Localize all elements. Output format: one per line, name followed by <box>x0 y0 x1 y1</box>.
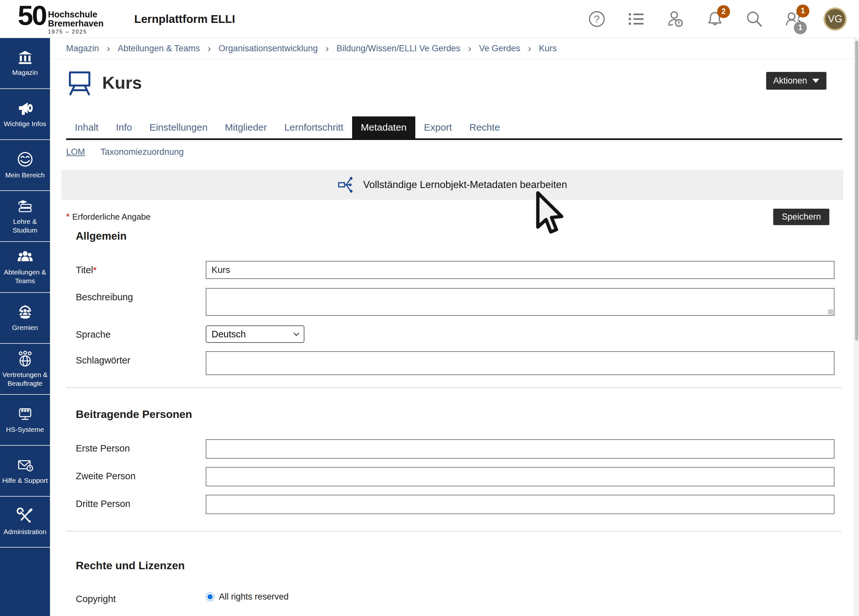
subtab-taxonomiezuordnung[interactable]: Taxonomiezuordnung <box>101 147 184 157</box>
titel-label-text: Titel <box>76 265 93 275</box>
sidebar-item-hilfe-support[interactable]: ? Hilfe & Support <box>0 446 50 497</box>
form-row-schlagwoerter: Schlagwörter <box>76 351 854 375</box>
tab-mitglieder[interactable]: Mitglieder <box>216 116 276 138</box>
tab-rechte[interactable]: Rechte <box>461 116 509 138</box>
sidebar-item-label: Gremien <box>12 324 38 332</box>
books-graduation-icon <box>16 198 34 214</box>
tab-lernfortschritt[interactable]: Lernfortschritt <box>276 116 352 138</box>
tab-einstellungen[interactable]: Einstellungen <box>141 116 216 138</box>
breadcrumb: Magazin › Abteilungen & Teams › Organisa… <box>50 38 854 59</box>
zweite-person-label: Zweite Person <box>76 467 206 482</box>
required-note: *Erforderliche Angabe <box>66 211 151 222</box>
people-group-icon <box>16 249 34 265</box>
page-title: Kurs <box>102 73 142 92</box>
sidebar-item-magazin[interactable]: Magazin <box>0 38 50 89</box>
breadcrumb-separator-icon: › <box>107 43 110 54</box>
sidebar-item-administration[interactable]: Administration <box>0 497 50 548</box>
breadcrumb-separator-icon: › <box>528 43 531 54</box>
awareness-button[interactable] <box>666 10 685 28</box>
app-title: Lernplattform ELLI <box>134 13 235 25</box>
form-row-zweite-person: Zweite Person <box>76 467 854 486</box>
subtab-lom[interactable]: LOM <box>66 147 85 157</box>
form-toolbar: *Erforderliche Angabe Speichern <box>66 209 829 225</box>
university-logo: 50 Hochschule Bremerhaven 1975 – 2025 <box>18 3 103 35</box>
actions-button[interactable]: Aktionen <box>766 72 826 90</box>
form-row-dritte-person: Dritte Person <box>76 495 854 514</box>
breadcrumb-item[interactable]: Abteilungen & Teams <box>118 44 200 53</box>
beschreibung-textarea-wrap <box>206 288 834 317</box>
logo-years: 1975 – 2025 <box>48 29 104 35</box>
sidebar-item-label: Lehre & Studium <box>1 217 49 235</box>
actions-button-label: Aktionen <box>773 76 807 86</box>
breadcrumb-item[interactable]: Kurs <box>539 44 557 53</box>
form-row-erste-person: Erste Person <box>76 439 854 459</box>
sidebar-item-label: Magazin <box>12 68 38 77</box>
tab-inhalt[interactable]: Inhalt <box>66 116 107 138</box>
section-heading-rechte: Rechte und Lizenzen <box>76 559 854 572</box>
section-divider <box>66 387 842 388</box>
zweite-person-input[interactable] <box>206 467 834 486</box>
breadcrumb-separator-icon: › <box>325 43 329 54</box>
sidebar-item-vertretungen[interactable]: Vertretungen & Beauftragte <box>0 344 50 395</box>
breadcrumb-separator-icon: › <box>468 43 472 54</box>
help-button[interactable]: ? <box>587 10 606 28</box>
required-note-text: Erforderliche Angabe <box>72 212 151 222</box>
copyright-radio-option: All rights reserved <box>206 590 289 602</box>
save-button[interactable]: Speichern <box>773 209 829 225</box>
scrollbar-thumb[interactable] <box>855 41 858 341</box>
beschreibung-textarea[interactable] <box>206 288 834 316</box>
mail-question-icon: ? <box>16 457 34 474</box>
sidebar-item-abteilungen-teams[interactable]: Abteilungen & Teams <box>0 242 50 293</box>
breadcrumb-item[interactable]: Bildung/Wissen/ELLI Ve Gerdes <box>336 44 460 53</box>
user-avatar[interactable]: VG <box>823 8 847 31</box>
schlagwoerter-input[interactable] <box>206 351 834 375</box>
notifications-button[interactable]: 2 <box>706 10 724 28</box>
form-row-copyright: Copyright All rights reserved <box>76 590 854 604</box>
megaphone-icon <box>16 100 34 117</box>
svg-text:?: ? <box>28 466 31 471</box>
contacts-badge-bottom: 1 <box>794 21 807 34</box>
copyright-option-label: All rights reserved <box>219 592 289 602</box>
header-icon-bar: ? <box>587 8 847 31</box>
contacts-button[interactable]: 1 1 <box>784 10 803 28</box>
logo-50: 50 <box>18 3 46 28</box>
schlagwoerter-label: Schlagwörter <box>76 351 206 366</box>
breadcrumb-item[interactable]: Magazin <box>66 44 99 53</box>
copyright-radio[interactable] <box>206 593 214 601</box>
assembly-icon <box>16 304 34 321</box>
titel-input[interactable] <box>206 261 834 279</box>
sidebar-item-label: Administration <box>3 528 47 536</box>
metadata-node-icon <box>337 175 356 194</box>
erste-person-input[interactable] <box>206 439 834 459</box>
tab-export[interactable]: Export <box>415 116 461 138</box>
scrollbar-track[interactable] <box>854 38 859 616</box>
sidebar: Magazin Wichtige Infos Mein Bereich <box>0 38 50 616</box>
edit-full-metadata-banner[interactable]: Vollständige Lernobjekt-Metadaten bearbe… <box>61 170 843 200</box>
breadcrumb-item[interactable]: Ve Gerdes <box>479 44 520 53</box>
dritte-person-input[interactable] <box>206 495 834 514</box>
list-icon <box>627 10 645 28</box>
notification-badge: 2 <box>717 5 730 18</box>
tab-metadaten[interactable]: Metadaten <box>352 116 415 138</box>
dritte-person-label: Dritte Person <box>76 495 206 509</box>
user-alert-icon <box>666 10 685 28</box>
smiley-icon <box>16 151 34 168</box>
app-header: 50 Hochschule Bremerhaven 1975 – 2025 Le… <box>0 0 859 38</box>
search-button[interactable] <box>745 10 764 28</box>
tab-bar: Inhalt Info Einstellungen Mitglieder Ler… <box>66 116 842 140</box>
tools-icon <box>16 507 34 525</box>
sidebar-item-hs-systeme[interactable]: *** HS-Systeme <box>0 395 50 446</box>
sprache-select[interactable]: Deutsch <box>206 325 305 343</box>
tab-info[interactable]: Info <box>107 116 141 138</box>
main-content: Magazin › Abteilungen & Teams › Organisa… <box>50 38 854 616</box>
sidebar-item-lehre-studium[interactable]: Lehre & Studium <box>0 191 50 242</box>
sidebar-item-wichtige-infos[interactable]: Wichtige Infos <box>0 89 50 140</box>
sidebar-item-mein-bereich[interactable]: Mein Bereich <box>0 140 50 191</box>
sidebar-item-gremien[interactable]: Gremien <box>0 293 50 344</box>
screen: 50 Hochschule Bremerhaven 1975 – 2025 Le… <box>0 0 859 616</box>
svg-text:***: *** <box>20 408 29 416</box>
logo-text: Hochschule Bremerhaven 1975 – 2025 <box>48 10 104 35</box>
breadcrumb-item[interactable]: Organisationsentwicklung <box>219 44 318 53</box>
main-menu-button[interactable] <box>627 10 645 28</box>
logo-name-line2: Bremerhaven <box>48 19 104 28</box>
